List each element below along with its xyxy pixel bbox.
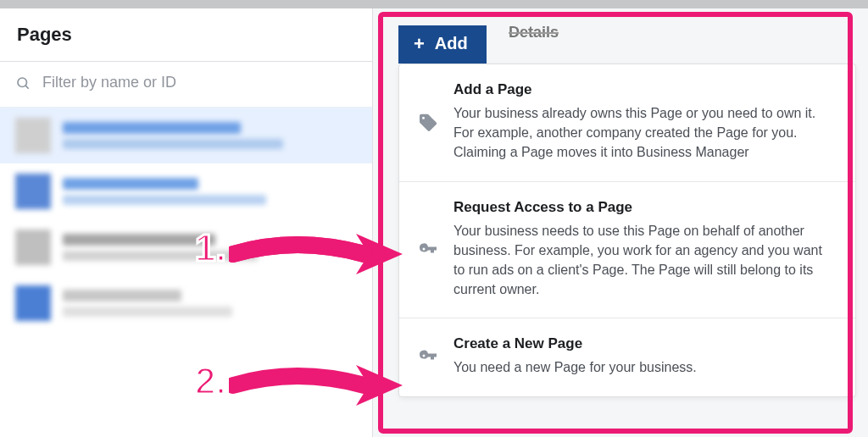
search-icon	[15, 75, 31, 91]
search-row	[0, 62, 372, 108]
tag-icon	[418, 83, 438, 163]
dropdown-item-create-new[interactable]: Create a New Page You need a new Page fo…	[399, 318, 855, 396]
add-button-label: Add	[435, 34, 468, 53]
dropdown-item-title: Create a New Page	[453, 335, 837, 352]
plus-icon: +	[414, 35, 425, 53]
avatar	[15, 230, 51, 265]
add-button[interactable]: + Add	[398, 25, 487, 64]
right-pane: Details + Add Add a Page Your business a…	[373, 8, 868, 437]
svg-point-0	[18, 78, 27, 87]
annotation-marker-1: 1.	[195, 227, 226, 269]
avatar	[15, 174, 51, 209]
main-container: Pages	[0, 8, 868, 437]
window-chrome	[0, 0, 868, 8]
dropdown-item-desc: You need a new Page for your business.	[453, 357, 837, 377]
annotation-arrow-2	[229, 360, 407, 411]
dropdown-item-title: Add a Page	[453, 81, 837, 98]
list-item[interactable]	[0, 275, 372, 331]
list-item-text	[63, 122, 357, 149]
list-item-text	[63, 178, 357, 205]
list-item[interactable]	[0, 163, 372, 219]
dropdown-item-desc: Your business needs to use this Page on …	[453, 221, 837, 300]
annotation-arrow-1	[229, 229, 407, 279]
add-dropdown-menu: Add a Page Your business already owns th…	[398, 64, 856, 397]
sidebar-header: Pages	[0, 8, 372, 62]
dropdown-item-body: Create a New Page You need a new Page fo…	[453, 335, 837, 377]
dropdown-item-title: Request Access to a Page	[453, 199, 837, 216]
list-item[interactable]	[0, 108, 372, 163]
dropdown-item-desc: Your business already owns this Page or …	[453, 103, 837, 163]
svg-line-1	[25, 86, 29, 89]
avatar	[15, 285, 51, 321]
avatar	[15, 118, 51, 153]
sidebar-title: Pages	[17, 24, 355, 46]
add-dropdown-container: + Add Add a Page Your business already o…	[398, 25, 856, 397]
search-input[interactable]	[42, 74, 357, 91]
key-icon	[418, 337, 438, 377]
dropdown-item-body: Add a Page Your business already owns th…	[453, 81, 837, 163]
list-item-text	[63, 290, 357, 317]
dropdown-item-request-access[interactable]: Request Access to a Page Your business n…	[399, 182, 855, 319]
annotation-marker-2: 2.	[195, 360, 226, 402]
key-icon	[418, 201, 438, 300]
dropdown-item-body: Request Access to a Page Your business n…	[453, 199, 837, 300]
dropdown-item-add-page[interactable]: Add a Page Your business already owns th…	[399, 64, 855, 182]
